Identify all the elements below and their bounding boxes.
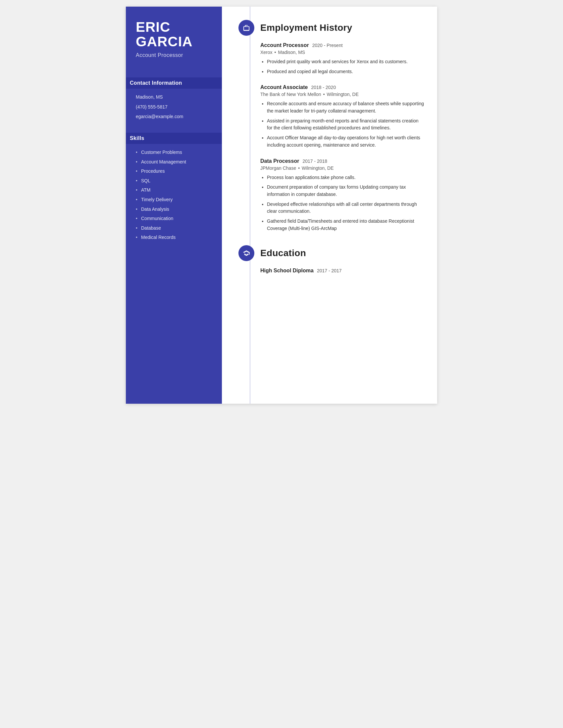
skill-item: Data Analysis	[136, 206, 212, 213]
contact-section-title: Contact Information	[126, 77, 222, 89]
name-block: ERIC GARCIA Account Processor	[136, 20, 212, 58]
employment-section-title: Employment History	[260, 23, 352, 33]
job-dates: 2017 - 2018	[303, 159, 327, 164]
edu-container: High School Diploma 2017 - 2017	[238, 268, 424, 274]
skills-list: Customer ProblemsAccount ManagementProce…	[136, 149, 212, 241]
resume-container: ERIC GARCIA Account Processor Contact In…	[126, 7, 437, 404]
job-bullets: Provided print quality work and services…	[260, 58, 424, 75]
last-name: GARCIA	[136, 34, 193, 49]
job-bullet: Developed effective relationships with a…	[267, 201, 424, 215]
job-bullet: Document preparation of company tax form…	[267, 184, 424, 198]
skill-item: ATM	[136, 187, 212, 194]
job-dates: 2020 - Present	[312, 43, 343, 48]
job-bullet: Assisted in preparing month-end reports …	[267, 117, 424, 132]
employment-header: Employment History	[238, 20, 424, 36]
skill-item: Procedures	[136, 168, 212, 175]
job-company: JPMorgan Chase•Wilmington, DE	[260, 165, 424, 171]
education-section: Education High School Diploma 2017 - 201…	[238, 245, 424, 274]
contact-city: Madison, MS	[136, 94, 212, 101]
job-title: Account Processor	[260, 42, 309, 48]
contact-email: egarcia@example.com	[136, 114, 212, 120]
job-block: Account Processor 2020 - Present Xerox•M…	[238, 42, 424, 75]
sidebar: ERIC GARCIA Account Processor Contact In…	[126, 7, 222, 404]
main-content: Employment History Account Processor 202…	[222, 7, 437, 404]
first-name: ERIC	[136, 19, 170, 35]
edu-degree: High School Diploma	[260, 268, 314, 274]
education-header: Education	[238, 245, 424, 261]
briefcase-icon	[238, 20, 254, 36]
job-title-line: Account Processor 2020 - Present	[260, 42, 424, 48]
skill-item: SQL	[136, 178, 212, 184]
skills-section: Skills Customer ProblemsAccount Manageme…	[136, 133, 212, 244]
skill-item: Account Management	[136, 159, 212, 165]
contact-phone: (470) 555-5817	[136, 104, 212, 111]
job-bullet: Produced and copied all legal documents.	[267, 68, 424, 75]
edu-dates: 2017 - 2017	[317, 268, 342, 273]
job-title-line: Account Associate 2018 - 2020	[260, 84, 424, 90]
contact-section: Contact Information Madison, MS (470) 55…	[136, 77, 212, 123]
job-block: Account Associate 2018 - 2020 The Bank o…	[238, 84, 424, 149]
skill-item: Timely Delivery	[136, 197, 212, 203]
job-title: Account Processor	[136, 52, 212, 58]
education-section-title: Education	[260, 248, 306, 258]
job-bullet: Provided print quality work and services…	[267, 58, 424, 66]
skills-section-title: Skills	[126, 133, 222, 144]
job-company: Xerox•Madison, MS	[260, 50, 424, 55]
job-block: Data Processor 2017 - 2018 JPMorgan Chas…	[238, 158, 424, 232]
edu-title-line: High School Diploma 2017 - 2017	[260, 268, 424, 274]
job-bullets: Reconcile accounts and ensure accuracy o…	[260, 100, 424, 149]
job-dates: 2018 - 2020	[311, 85, 336, 90]
skill-item: Communication	[136, 215, 212, 222]
job-title: Data Processor	[260, 158, 299, 164]
job-bullet: Reconcile accounts and ensure accuracy o…	[267, 100, 424, 114]
employment-section: Employment History Account Processor 202…	[238, 20, 424, 232]
skill-item: Database	[136, 225, 212, 232]
job-bullet: Gathered field Data/Timesheets and enter…	[267, 218, 424, 232]
full-name: ERIC GARCIA	[136, 20, 212, 49]
job-bullet: Account Officer Manage all day-to-day op…	[267, 134, 424, 149]
job-company: The Bank of New York Mellon•Wilmington, …	[260, 92, 424, 97]
edu-block: High School Diploma 2017 - 2017	[238, 268, 424, 274]
job-bullet: Process loan applications.take phone cal…	[267, 174, 424, 181]
graduation-icon	[238, 245, 254, 261]
job-title: Account Associate	[260, 84, 308, 90]
skill-item: Customer Problems	[136, 149, 212, 156]
job-title-line: Data Processor 2017 - 2018	[260, 158, 424, 164]
job-bullets: Process loan applications.take phone cal…	[260, 174, 424, 232]
jobs-container: Account Processor 2020 - Present Xerox•M…	[238, 42, 424, 232]
skill-item: Medical Records	[136, 234, 212, 241]
